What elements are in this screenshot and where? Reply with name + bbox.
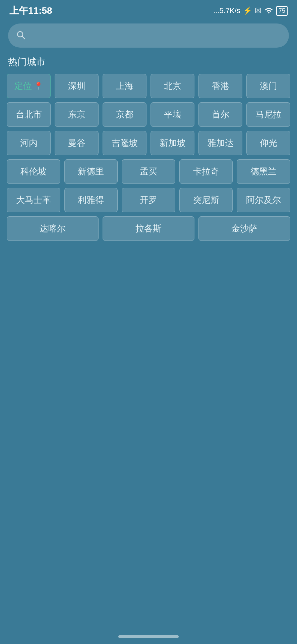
location-icon: 📍 bbox=[34, 82, 43, 91]
city-btn-singapore[interactable]: 新加坡 bbox=[151, 131, 194, 155]
search-icon bbox=[16, 30, 25, 41]
city-btn-kinshasa[interactable]: 金沙萨 bbox=[198, 216, 290, 241]
city-btn-newdelhi[interactable]: 新德里 bbox=[64, 159, 118, 184]
city-btn-lagos[interactable]: 拉各斯 bbox=[103, 216, 194, 241]
network-speed: ...5.7K/s bbox=[213, 6, 240, 15]
city-grid: 定位 📍 深圳 上海 北京 香港 澳门 台北市 东京 京都 平壤 首尔 马尼拉 … bbox=[0, 74, 297, 241]
battery-indicator: 75 bbox=[276, 6, 288, 16]
wifi-icon bbox=[264, 6, 274, 15]
city-btn-damascus[interactable]: 大马士革 bbox=[7, 188, 60, 212]
city-btn-jakarta[interactable]: 雅加达 bbox=[198, 131, 242, 155]
status-bar: 上午11:58 ...5.7K/s ⚡ ☒ 75 bbox=[0, 0, 297, 20]
city-btn-bangkok[interactable]: 曼谷 bbox=[55, 131, 99, 155]
city-btn-kyoto[interactable]: 京都 bbox=[103, 102, 146, 127]
city-btn-taipei[interactable]: 台北市 bbox=[7, 102, 51, 127]
search-container bbox=[0, 20, 297, 53]
city-btn-pyongyang[interactable]: 平壤 bbox=[151, 102, 194, 127]
city-btn-mumbai[interactable]: 孟买 bbox=[122, 159, 175, 184]
city-btn-tehran[interactable]: 德黑兰 bbox=[237, 159, 290, 184]
city-btn-hongkong[interactable]: 香港 bbox=[198, 74, 242, 98]
city-btn-yangon[interactable]: 仰光 bbox=[246, 131, 290, 155]
city-btn-karachi[interactable]: 卡拉奇 bbox=[179, 159, 233, 184]
svg-line-1 bbox=[22, 36, 25, 39]
svg-point-0 bbox=[17, 32, 23, 37]
city-row-5: 大马士革 利雅得 开罗 突尼斯 阿尔及尔 bbox=[7, 188, 290, 212]
section-title: 热门城市 bbox=[0, 53, 297, 74]
city-btn-shanghai[interactable]: 上海 bbox=[103, 74, 146, 98]
search-bar[interactable] bbox=[8, 23, 289, 48]
city-row-4: 科伦坡 新德里 孟买 卡拉奇 德黑兰 bbox=[7, 159, 290, 184]
city-row-6: 达喀尔 拉各斯 金沙萨 bbox=[7, 216, 290, 241]
status-icons: ...5.7K/s ⚡ ☒ 75 bbox=[213, 6, 288, 16]
city-btn-hanoi[interactable]: 河内 bbox=[7, 131, 51, 155]
city-btn-kualalumpur[interactable]: 吉隆坡 bbox=[103, 131, 146, 155]
city-row-2: 台北市 东京 京都 平壤 首尔 马尼拉 bbox=[7, 102, 290, 127]
city-btn-shenzhen[interactable]: 深圳 bbox=[55, 74, 99, 98]
city-btn-macao[interactable]: 澳门 bbox=[246, 74, 290, 98]
city-btn-beijing[interactable]: 北京 bbox=[151, 74, 194, 98]
city-btn-cairo[interactable]: 开罗 bbox=[122, 188, 175, 212]
city-btn-seoul[interactable]: 首尔 bbox=[198, 102, 242, 127]
city-btn-locate[interactable]: 定位 📍 bbox=[7, 74, 51, 98]
city-btn-riyadh[interactable]: 利雅得 bbox=[64, 188, 118, 212]
bluetooth-icon: ⚡ bbox=[243, 6, 252, 15]
city-btn-colombo[interactable]: 科伦坡 bbox=[7, 159, 60, 184]
city-btn-algiers[interactable]: 阿尔及尔 bbox=[237, 188, 290, 212]
city-row-1: 定位 📍 深圳 上海 北京 香港 澳门 bbox=[7, 74, 290, 98]
city-btn-manila[interactable]: 马尼拉 bbox=[246, 102, 290, 127]
locate-label: 定位 bbox=[14, 80, 32, 92]
status-time: 上午11:58 bbox=[9, 4, 52, 17]
search-input[interactable] bbox=[30, 30, 281, 41]
city-row-3: 河内 曼谷 吉隆坡 新加坡 雅加达 仰光 bbox=[7, 131, 290, 155]
city-btn-tunis[interactable]: 突尼斯 bbox=[179, 188, 233, 212]
home-indicator bbox=[118, 635, 179, 638]
city-btn-dakar[interactable]: 达喀尔 bbox=[7, 216, 99, 241]
city-btn-tokyo[interactable]: 东京 bbox=[55, 102, 99, 127]
signal-x-icon: ☒ bbox=[255, 6, 261, 15]
